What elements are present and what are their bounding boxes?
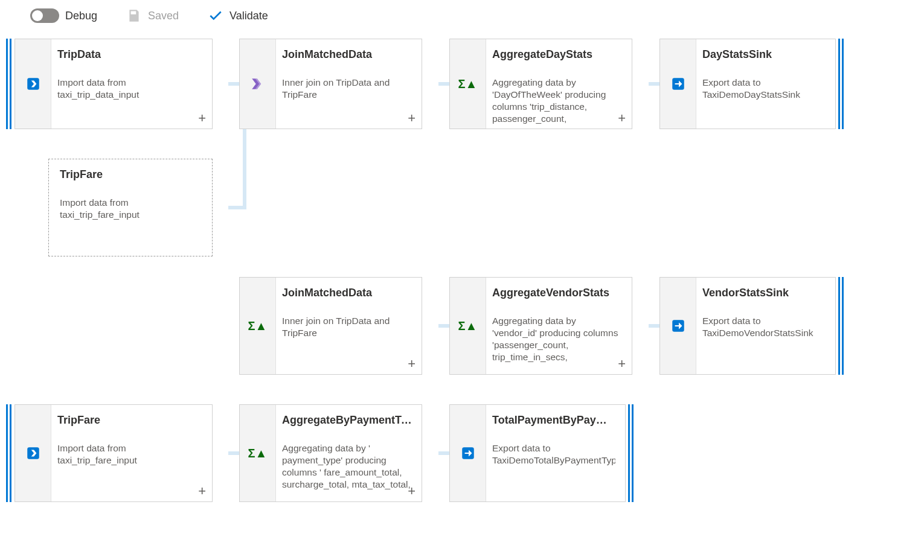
connector: [438, 324, 449, 328]
node-title: VendorStatsSink: [702, 286, 826, 299]
node-icon-col: [450, 405, 486, 501]
node-title: JoinMatchedData: [282, 48, 412, 61]
connector: [438, 82, 449, 86]
connector: [243, 129, 246, 209]
add-branch-button[interactable]: +: [198, 485, 206, 498]
node-agg-payment[interactable]: Σ▲ AggregateByPaymentTy... Aggregating d…: [239, 404, 422, 502]
source-icon: [25, 76, 41, 92]
aggregate-icon: Σ▲: [458, 319, 478, 333]
node-title: JoinMatchedData: [282, 286, 412, 299]
node-icon-col: [15, 39, 51, 129]
source-endpoint-bars: [6, 39, 12, 129]
node-title: AggregateVendorStats: [492, 286, 622, 299]
node-arrow: [213, 159, 229, 256]
validate-button[interactable]: Validate: [208, 8, 268, 24]
node-title: TripFare: [57, 413, 202, 427]
svg-rect-3: [27, 447, 39, 459]
add-branch-button[interactable]: +: [408, 112, 415, 125]
debug-label: Debug: [65, 10, 97, 22]
node-icon-col: [660, 278, 696, 374]
node-arrow: [632, 277, 649, 375]
node-title: TripData: [57, 48, 202, 61]
node-vendor-sink[interactable]: VendorStatsSink Export data to TaxiDemoV…: [659, 277, 836, 375]
node-arrow: [422, 277, 439, 375]
saved-button[interactable]: Saved: [126, 8, 179, 24]
sink-icon: [460, 445, 476, 461]
node-join-2[interactable]: Σ▲ JoinMatchedData Inner join on TripDat…: [239, 277, 422, 375]
add-branch-button[interactable]: +: [618, 357, 626, 371]
add-branch-button[interactable]: +: [198, 112, 206, 125]
sink-endpoint-bars: [628, 404, 634, 502]
node-tripdata[interactable]: TripData Import data from taxi_trip_data…: [14, 39, 213, 129]
node-desc: Import data from taxi_trip_data_input: [57, 77, 202, 101]
sink-icon: [670, 76, 686, 92]
add-branch-button[interactable]: +: [408, 485, 415, 498]
node-title: AggregateByPaymentTy...: [282, 413, 412, 427]
svg-rect-0: [27, 78, 39, 90]
node-icon-col: Σ▲: [240, 278, 276, 374]
debug-toggle-item[interactable]: Debug: [30, 8, 97, 23]
source-endpoint-bars: [6, 404, 12, 502]
node-desc: Export data to TaxiDemoTotalByPaymentTyp…: [492, 442, 615, 466]
node-desc: Aggregating data by ' payment_type' prod…: [282, 442, 412, 491]
node-arrow: [632, 39, 649, 129]
node-join-1[interactable]: JoinMatchedData Inner join on TripData a…: [239, 39, 422, 129]
sink-icon: [670, 318, 686, 334]
node-desc: Import data from taxi_trip_fare_input: [57, 442, 202, 466]
saved-label: Saved: [148, 10, 179, 22]
save-icon: [126, 8, 142, 24]
node-icon-col: [660, 39, 696, 129]
node-title: AggregateDayStats: [492, 48, 622, 61]
node-arrow: [213, 404, 229, 502]
toolbar: Debug Saved Validate: [30, 4, 268, 28]
node-desc: Aggregating data by 'vendor_id' producin…: [492, 315, 622, 363]
node-arrow: [422, 404, 439, 502]
node-desc: Inner join on TripData and TripFare: [282, 315, 412, 339]
connector: [438, 451, 449, 455]
connector: [228, 451, 239, 455]
node-icon-col: Σ▲: [450, 39, 486, 129]
debug-toggle[interactable]: [30, 8, 59, 23]
node-payment-sink[interactable]: TotalPaymentByPaymen... Export data to T…: [449, 404, 626, 502]
add-branch-button[interactable]: +: [618, 112, 626, 125]
node-arrow: [213, 39, 229, 129]
node-title: TotalPaymentByPaymen...: [492, 413, 615, 427]
node-desc: Export data to TaxiDemoDayStatsSink: [702, 77, 826, 101]
node-agg-day[interactable]: Σ▲ AggregateDayStats Aggregating data by…: [449, 39, 632, 129]
node-agg-vendor[interactable]: Σ▲ AggregateVendorStats Aggregating data…: [449, 277, 632, 375]
node-title: DayStatsSink: [702, 48, 826, 61]
validate-label: Validate: [229, 10, 268, 22]
aggregate-icon: Σ▲: [458, 77, 478, 91]
node-icon-col: Σ▲: [450, 278, 486, 374]
node-title: TripFare: [60, 168, 202, 181]
aggregate-icon: Σ▲: [248, 447, 268, 460]
add-branch-button[interactable]: +: [408, 357, 415, 371]
source-icon: [25, 445, 41, 461]
sink-endpoint-bars: [838, 39, 844, 129]
node-desc: Import data from taxi_trip_fare_input: [60, 197, 202, 221]
node-icon-col: [15, 405, 51, 501]
node-icon-col: [240, 39, 276, 129]
node-day-sink[interactable]: DayStatsSink Export data to TaxiDemoDayS…: [659, 39, 836, 129]
node-arrow: [422, 39, 439, 129]
connector: [228, 82, 239, 86]
node-tripfare-ref[interactable]: TripFare Import data from taxi_trip_fare…: [48, 159, 213, 256]
join-icon: [250, 76, 266, 92]
node-desc: Aggregating data by 'DayOfTheWeek' produ…: [492, 77, 622, 125]
node-desc: Export data to TaxiDemoVendorStatsSink: [702, 315, 826, 339]
node-icon-col: Σ▲: [240, 405, 276, 501]
connector: [649, 324, 659, 328]
sink-endpoint-bars: [838, 277, 844, 375]
aggregate-icon: Σ▲: [248, 319, 268, 333]
check-icon: [208, 8, 223, 24]
node-desc: Inner join on TripData and TripFare: [282, 77, 412, 101]
node-tripfare-source[interactable]: TripFare Import data from taxi_trip_fare…: [14, 404, 213, 502]
connector: [649, 82, 659, 86]
